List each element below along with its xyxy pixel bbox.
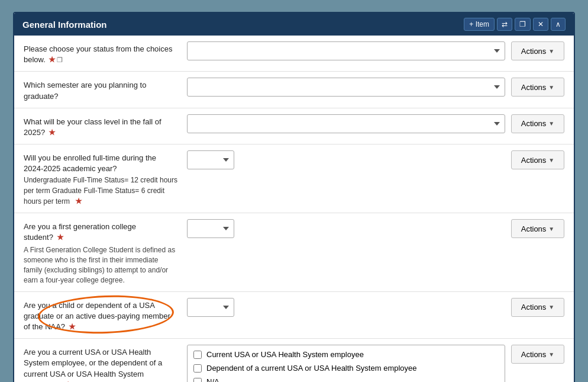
- caret-icon: ▼: [548, 157, 554, 163]
- checkbox-na[interactable]: [193, 378, 202, 382]
- row-usa-employee: Are you a current USA or USA Health Syst…: [14, 339, 574, 382]
- close-button[interactable]: ✕: [533, 18, 548, 31]
- actions-button-full-time[interactable]: Actions ▼: [511, 150, 564, 169]
- label-semester: Which semester are you planning to gradu…: [24, 78, 177, 101]
- caret-icon: ▼: [548, 84, 554, 91]
- add-item-button[interactable]: + Item: [464, 18, 495, 31]
- caret-icon: ▼: [548, 48, 554, 54]
- control-area-naa-member: Actions ▼: [187, 298, 564, 317]
- control-area-full-time: Actions ▼: [187, 150, 564, 169]
- control-area-semester: Actions ▼: [187, 78, 564, 97]
- label-first-gen: Are you a first generation college stude…: [24, 219, 177, 285]
- actions-button-usa-employee[interactable]: Actions ▼: [511, 345, 564, 364]
- first-gen-description: A First Generation College Student is de…: [24, 245, 177, 285]
- control-area-first-gen: Actions ▼: [187, 219, 564, 238]
- checkbox-group-usa-employee: Current USA or USA Health System employe…: [187, 345, 505, 382]
- checkbox-label-dependent-employee: Dependent of a current USA or USA Health…: [206, 364, 417, 373]
- label-class-level: What will be your class level in the fal…: [24, 114, 177, 138]
- panel-header: General Information + Item ⇄ ❐ ✕ ∧: [14, 13, 574, 36]
- checkbox-item-na[interactable]: N/A: [193, 377, 499, 382]
- required-indicator: ★: [57, 233, 64, 242]
- actions-button-first-gen[interactable]: Actions ▼: [511, 219, 564, 238]
- panel-body: Please choose your status from the choic…: [14, 36, 574, 382]
- actions-button-naa-member[interactable]: Actions ▼: [511, 298, 564, 317]
- actions-button-semester[interactable]: Actions ▼: [511, 78, 564, 97]
- checkbox-item-dependent-employee[interactable]: Dependent of a current USA or USA Health…: [193, 364, 499, 373]
- required-indicator: ★: [49, 128, 56, 137]
- checkbox-current-employee[interactable]: [193, 351, 202, 359]
- full-time-select[interactable]: [187, 150, 234, 169]
- row-full-time: Will you be enrolled full-time during th…: [14, 145, 574, 213]
- share-button[interactable]: ⇄: [497, 18, 512, 31]
- label-naa-member: Are you a child or dependent of a USA gr…: [24, 298, 177, 333]
- checkbox-dependent-employee[interactable]: [193, 364, 202, 373]
- panel-title: General Information: [22, 20, 107, 30]
- row-status: Please choose your status from the choic…: [14, 36, 574, 72]
- status-select[interactable]: [187, 41, 505, 60]
- copy-button[interactable]: ❐: [515, 18, 531, 31]
- row-naa-member: Are you a child or dependent of a USA gr…: [14, 292, 574, 339]
- semester-select[interactable]: [187, 78, 505, 97]
- actions-button-status[interactable]: Actions ▼: [511, 41, 564, 60]
- row-semester: Which semester are you planning to gradu…: [14, 72, 574, 108]
- actions-button-class-level[interactable]: Actions ▼: [511, 114, 564, 133]
- caret-icon: ▼: [548, 351, 554, 358]
- control-area-status: Actions ▼: [187, 41, 564, 60]
- copy-icon: ❐: [57, 56, 63, 63]
- control-area-class-level: Actions ▼: [187, 114, 564, 133]
- required-indicator: ★: [49, 55, 56, 64]
- label-full-time: Will you be enrolled full-time during th…: [24, 150, 177, 207]
- label-status: Please choose your status from the choic…: [24, 41, 177, 65]
- checkbox-label-current-employee: Current USA or USA Health System employe…: [206, 350, 364, 359]
- checkbox-label-na: N/A: [206, 377, 219, 382]
- general-information-panel: General Information + Item ⇄ ❐ ✕ ∧ Pleas…: [13, 12, 575, 382]
- caret-icon: ▼: [548, 226, 554, 232]
- control-area-usa-employee: Current USA or USA Health System employe…: [187, 345, 564, 382]
- full-time-description: Undergraduate Full-Time Status= 12 credi…: [24, 176, 177, 206]
- collapse-button[interactable]: ∧: [551, 18, 566, 31]
- label-usa-employee: Are you a current USA or USA Health Syst…: [24, 345, 177, 382]
- naa-member-select[interactable]: [187, 298, 234, 317]
- caret-icon: ▼: [548, 120, 554, 127]
- caret-icon: ▼: [548, 304, 554, 310]
- first-gen-select[interactable]: [187, 219, 234, 238]
- checkbox-item-current-employee[interactable]: Current USA or USA Health System employe…: [193, 350, 499, 359]
- required-indicator: ★: [75, 197, 82, 206]
- header-actions: + Item ⇄ ❐ ✕ ∧: [464, 18, 566, 31]
- row-class-level: What will be your class level in the fal…: [14, 108, 574, 145]
- class-level-select[interactable]: [187, 114, 505, 133]
- required-indicator: ★: [69, 322, 76, 331]
- row-first-gen: Are you a first generation college stude…: [14, 213, 574, 292]
